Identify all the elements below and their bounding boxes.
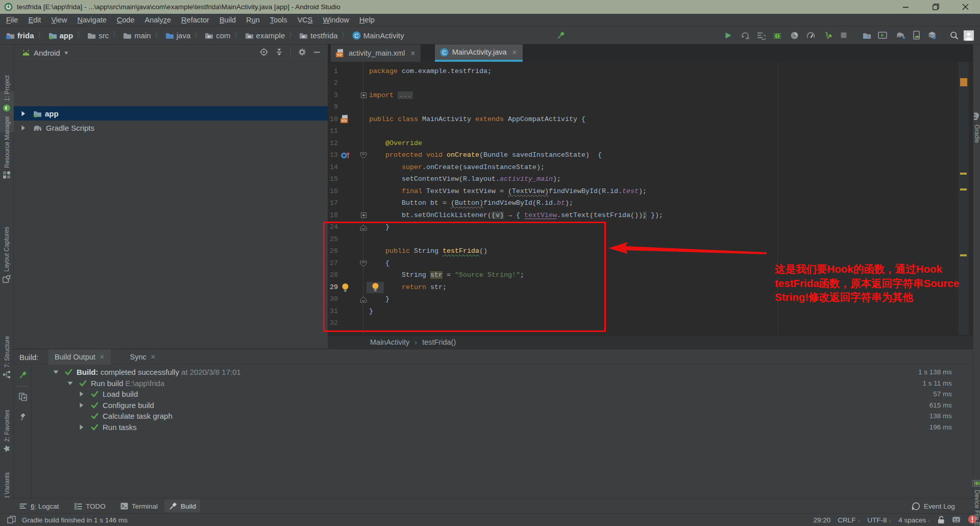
warning-mark[interactable] <box>960 173 967 175</box>
breadcrumb-java[interactable]: java <box>165 31 191 40</box>
menu-code[interactable]: Code <box>112 16 140 24</box>
project-view-selector[interactable]: Android ▼ <box>22 49 69 57</box>
gutter-override-icon[interactable] <box>340 151 350 159</box>
tool-window-switcher-icon[interactable] <box>7 516 16 525</box>
menu-vcs[interactable]: VCS <box>292 16 318 24</box>
project-item-app[interactable]: app <box>14 106 328 121</box>
tool-window-terminal[interactable]: Terminal <box>116 500 162 512</box>
fold-marker[interactable] <box>360 212 367 218</box>
menu-window[interactable]: Window <box>318 16 355 24</box>
breadcrumb-com[interactable]: com <box>205 31 230 40</box>
breadcrumb-main[interactable]: main <box>123 31 151 40</box>
build-tab-build-output[interactable]: Build Output✕ <box>48 349 111 365</box>
build-tree-row[interactable]: Run tasks196 ms <box>32 422 961 433</box>
caret-position[interactable]: 29:20 <box>813 516 830 524</box>
fold-marker[interactable] <box>360 152 367 159</box>
avatar-button[interactable] <box>964 26 974 44</box>
build-restart-icon[interactable] <box>14 371 32 379</box>
event-log-button[interactable]: Event Log <box>908 500 959 512</box>
apk-folder-button[interactable] <box>862 26 872 44</box>
avd-button[interactable] <box>912 26 922 44</box>
build-tree-row[interactable]: Build: completed successfully at 2020/3/… <box>32 367 961 378</box>
breadcrumb-separator: 〉 <box>194 31 201 40</box>
editor-tab-activity_main.xml[interactable]: <>activity_main.xml✕ <box>331 44 421 62</box>
window-minimize-button[interactable] <box>891 0 921 14</box>
gauge-button[interactable] <box>805 26 816 44</box>
breadcrumb-app[interactable]: app <box>48 31 74 40</box>
settings-button[interactable] <box>298 48 306 58</box>
code-line-15: 15 setContentView(R.layout.activity_main… <box>328 173 955 185</box>
window-maximize-button[interactable] <box>921 0 950 14</box>
window-close-button[interactable] <box>950 0 980 14</box>
attach-button[interactable] <box>822 26 832 44</box>
hide-panel-button[interactable] <box>313 49 321 58</box>
debug-button[interactable] <box>772 26 782 44</box>
stop-button[interactable] <box>839 26 849 44</box>
build-tab-sync[interactable]: Sync✕ <box>124 349 162 365</box>
menu-edit[interactable]: Edit <box>23 16 46 24</box>
line-ending-indicator[interactable]: CRLF ↕ <box>838 516 860 524</box>
collapse-all-button[interactable] <box>275 48 283 58</box>
device-explorer-icon <box>972 480 980 487</box>
build-hammer-button[interactable] <box>555 26 566 44</box>
apply-changes-button[interactable]: A <box>740 26 750 44</box>
title-bar: testfrida [E:\app\frida] - ...\app\src\m… <box>0 0 980 14</box>
encoding-indicator[interactable]: UTF-8 ↕ <box>867 516 891 524</box>
project-item-gradle-scripts[interactable]: Gradle Scripts <box>14 121 328 135</box>
breadcrumb-separator: 〉 <box>155 31 162 40</box>
tool-window-build[interactable]: Build <box>164 500 200 512</box>
export-build-results-icon[interactable] <box>14 393 32 401</box>
breadcrumb-testfrida[interactable]: testfrida <box>299 31 337 40</box>
build-tree-row[interactable]: Load build57 ms <box>32 389 961 400</box>
menu-build[interactable]: Build <box>214 16 241 24</box>
menu-run[interactable]: Run <box>241 16 265 24</box>
editor-tab-MainActivity.java[interactable]: CMainActivity.java✕ <box>435 44 523 62</box>
editor-breadcrumb-MainActivity[interactable]: MainActivity <box>370 338 409 346</box>
menu-help[interactable]: Help <box>354 16 380 24</box>
sdk-button[interactable] <box>927 26 937 44</box>
build-tree-row[interactable]: Calculate task graph138 ms <box>32 411 961 422</box>
breadcrumb-src[interactable]: src <box>87 31 109 40</box>
pin-icon[interactable] <box>14 413 32 421</box>
search-button[interactable] <box>949 26 959 44</box>
code-line-11: 11 <box>328 125 955 137</box>
inspection-indicator[interactable] <box>960 78 967 86</box>
right-tool-strip: GradleDevice File Explorer <box>973 44 980 498</box>
editor-breadcrumb-testFrida()[interactable]: testFrida() <box>422 338 456 346</box>
warning-mark[interactable] <box>960 254 967 256</box>
main-toolbar: frida〉app〉src〉main〉java〉com〉example〉test… <box>0 26 980 44</box>
favorites-icon <box>3 445 11 452</box>
menu-tools[interactable]: Tools <box>265 16 292 24</box>
logcat-monitor-button[interactable] <box>877 26 888 44</box>
gradle-sync-button[interactable] <box>896 26 906 44</box>
code-line-1: 1package com.example.testfrida; <box>328 65 955 78</box>
menu-view[interactable]: View <box>46 16 72 24</box>
apply-code-button[interactable] <box>756 26 766 44</box>
menu-navigate[interactable]: Navigate <box>72 16 112 24</box>
tool-window-todo[interactable]: TODO <box>70 500 110 512</box>
warning-mark[interactable] <box>960 188 967 190</box>
folder-app-icon <box>48 32 57 39</box>
breadcrumb-example[interactable]: example <box>245 31 285 40</box>
build-tree-row[interactable]: Configure build615 ms <box>32 400 961 411</box>
breadcrumb-frida[interactable]: frida <box>6 31 34 40</box>
locate-file-button[interactable] <box>260 48 268 58</box>
fold-marker[interactable] <box>360 92 367 98</box>
indent-indicator[interactable]: 4 spaces ↕ <box>898 516 930 524</box>
profile-button[interactable] <box>789 26 799 44</box>
close-tab-icon[interactable]: ✕ <box>512 49 518 56</box>
todo-icon <box>75 503 82 510</box>
menu-refactor[interactable]: Refactor <box>176 16 214 24</box>
gradle-offline-icon[interactable] <box>952 516 961 525</box>
gutter-layout-xml-icon[interactable]: <> <box>340 115 350 124</box>
close-tab-icon[interactable]: ✕ <box>410 50 415 57</box>
error-stripe[interactable] <box>959 62 969 352</box>
android-studio-window: testfrida [E:\app\frida] - ...\app\src\m… <box>0 0 980 526</box>
tool-window-6-logcat[interactable]: 6: Logcat <box>15 500 63 512</box>
lock-icon[interactable] <box>938 515 945 525</box>
menu-analyze[interactable]: Analyze <box>140 16 177 24</box>
run-button[interactable] <box>723 26 733 44</box>
breadcrumb-MainActivity[interactable]: CMainActivity <box>352 31 404 40</box>
build-tree-row[interactable]: Run build E:\app\frida1 s 11 ms <box>32 378 961 389</box>
menu-file[interactable]: File <box>1 16 23 24</box>
